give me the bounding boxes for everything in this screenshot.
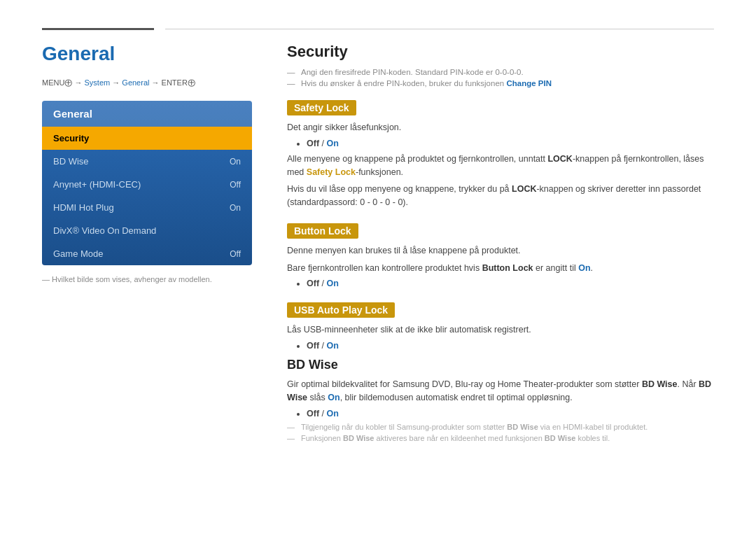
usb-auto-play-lock-desc: Lås USB-minneenheter slik at de ikke bli…	[287, 323, 714, 337]
menu-header: General	[42, 101, 252, 127]
safety-lock-desc2: Alle menyene og knappene på produktet og…	[287, 153, 714, 179]
menu-item-game-mode[interactable]: Game ModeOff	[42, 242, 252, 265]
usb-auto-play-lock-title: USB Auto Play Lock	[287, 302, 395, 318]
menu-item-label: Anynet+ (HDMI-CEC)	[53, 179, 141, 190]
bd-wise-note-2: Funksjonen BD Wise aktiveres bare når en…	[287, 434, 714, 442]
menu-item-value: On	[230, 203, 241, 213]
bd-wise-desc: Gir optimal bildekvalitet for Samsung DV…	[287, 378, 714, 405]
menu-item-value: Off	[230, 249, 241, 259]
menu-item-security[interactable]: Security	[42, 127, 252, 150]
menu-item-anynet---hdmi-cec-[interactable]: Anynet+ (HDMI-CEC)Off	[42, 173, 252, 196]
button-lock-desc2: Bare fjernkontrollen kan kontrollere pro…	[287, 262, 714, 275]
usb-auto-play-lock-bullet: Off / On	[307, 341, 714, 351]
menu-item-value: Off	[230, 180, 241, 190]
change-pin-link[interactable]: Change PIN	[506, 79, 552, 87]
security-title: Security	[287, 43, 714, 61]
left-column: General MENU㊉ → System → General → ENTER…	[42, 43, 252, 442]
button-lock-bullet: Off / On	[307, 279, 714, 288]
bd-wise-note-1: Tilgjengelig når du kobler til Samsung-p…	[287, 423, 714, 431]
page-title: General	[42, 43, 252, 65]
top-divider	[42, 28, 714, 30]
safety-lock-desc1: Det angir sikker låsefunksjon.	[287, 121, 714, 134]
main-layout: General MENU㊉ → System → General → ENTER…	[42, 43, 714, 442]
menu-item-hdmi-hot-plug[interactable]: HDMI Hot PlugOn	[42, 196, 252, 219]
safety-lock-bullet: Off / On	[307, 139, 714, 148]
menu-item-value: On	[230, 157, 241, 167]
menu-item-divx--video-on-demand[interactable]: DivX® Video On Demand	[42, 219, 252, 242]
model-note: Hvilket bilde som vises, avhenger av mod…	[42, 275, 252, 283]
right-column: Security Angi den firesifrede PIN-koden.…	[287, 43, 714, 442]
menu-item-label: Game Mode	[53, 248, 104, 259]
button-lock-title: Button Lock	[287, 223, 358, 239]
breadcrumb: MENU㊉ → System → General → ENTER㊉	[42, 78, 252, 88]
security-note-1: Angi den firesifrede PIN-koden. Standard…	[287, 68, 714, 76]
bd-wise-title: BD Wise	[287, 358, 714, 372]
menu-item-label: BD Wise	[53, 156, 89, 167]
button-lock-desc1: Denne menyen kan brukes til å låse knapp…	[287, 244, 714, 258]
bd-wise-bullet: Off / On	[307, 409, 714, 419]
menu-item-label: DivX® Video On Demand	[53, 225, 156, 236]
safety-lock-desc3: Hvis du vil låse opp menyene og knappene…	[287, 183, 714, 209]
safety-lock-title: Safety Lock	[287, 100, 356, 115]
security-note-2: Hvis du ønsker å endre PIN-koden, bruker…	[287, 79, 714, 87]
menu-box: General SecurityBD WiseOnAnynet+ (HDMI-C…	[42, 101, 252, 265]
menu-item-label: Security	[53, 133, 89, 143]
menu-item-label: HDMI Hot Plug	[53, 202, 114, 213]
menu-item-bd-wise[interactable]: BD WiseOn	[42, 150, 252, 173]
